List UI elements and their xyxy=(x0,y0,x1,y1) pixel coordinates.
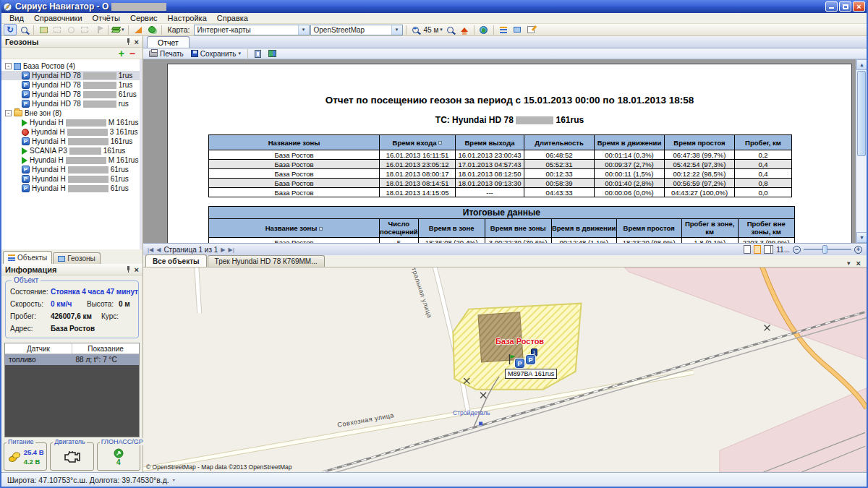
flag-tool-button[interactable] xyxy=(92,24,105,35)
geozones-button[interactable] xyxy=(511,24,524,35)
pin-icon[interactable] xyxy=(126,266,131,273)
circle-tool-button[interactable] xyxy=(64,24,77,35)
menu-item-4[interactable]: Настройка xyxy=(163,14,212,22)
map-tabs-close-icon[interactable]: × xyxy=(856,260,861,267)
column-header[interactable]: Время в зоне xyxy=(418,219,485,238)
report-viewport[interactable]: Отчет по посещению геозон за период с 15… xyxy=(143,59,867,243)
layers-button[interactable]: ▾ xyxy=(111,24,125,35)
map-tabs-dropdown-icon[interactable]: ▾ xyxy=(847,260,851,267)
close-icon[interactable]: × xyxy=(135,266,139,273)
column-header[interactable]: Длительность xyxy=(524,135,595,150)
combo-dropdown-icon[interactable]: ▾ xyxy=(298,25,309,35)
menu-item-2[interactable]: Отчёты xyxy=(88,14,125,22)
panel-splitter[interactable] xyxy=(140,59,142,249)
scale-combo[interactable]: 45 м▾ xyxy=(423,24,443,35)
tree-item[interactable]: PHyundai H61rus xyxy=(1,184,142,193)
column-header[interactable]: Время вне зоны xyxy=(485,219,551,238)
polygon-tool-button[interactable] xyxy=(51,24,64,35)
next-page-button[interactable]: ▶ xyxy=(221,247,225,253)
rect-tool-button[interactable] xyxy=(78,24,91,35)
close-button[interactable]: × xyxy=(853,1,865,12)
column-header[interactable]: Время в движении xyxy=(551,219,616,238)
report-zoom-out-button[interactable]: − xyxy=(793,246,801,254)
add-geozone-button[interactable]: + xyxy=(119,49,124,58)
column-header[interactable]: Время простоя xyxy=(665,135,735,150)
tree-item[interactable]: PHyundai HD 78rus xyxy=(1,99,142,108)
tree-item[interactable]: Hyundai H3 161rus xyxy=(1,127,142,137)
measure-button[interactable] xyxy=(132,24,145,35)
column-header[interactable]: Время входа xyxy=(380,135,456,150)
table-row[interactable]: База Ростов16.01.2013 16:11:5116.01.2013… xyxy=(209,150,792,160)
single-page-view-button[interactable] xyxy=(744,245,751,254)
minimize-button[interactable] xyxy=(825,1,838,12)
close-icon[interactable]: × xyxy=(135,38,139,46)
tab-track[interactable]: Трек Hyundai HD 78 К769ММ... xyxy=(208,255,325,267)
save-dropdown-icon[interactable]: ▾ xyxy=(238,51,241,56)
first-page-button[interactable]: |◀ xyxy=(148,247,153,253)
notes-button[interactable] xyxy=(524,24,537,35)
zoom-select-button[interactable] xyxy=(17,24,30,35)
pin-icon[interactable] xyxy=(126,38,131,45)
column-header[interactable]: Название зоны xyxy=(209,219,380,238)
report-scrollbar[interactable]: ▲ ▼ xyxy=(856,59,867,243)
scroll-down-icon[interactable]: ▼ xyxy=(856,232,867,243)
menu-item-5[interactable]: Справка xyxy=(212,14,253,22)
sensor-row[interactable]: топливо 88 л; t°: 7 °C xyxy=(5,354,139,365)
tree-item[interactable]: PHyundai HD 7861rus xyxy=(1,90,142,99)
zoom-slider[interactable] xyxy=(804,249,851,250)
scroll-up-icon[interactable]: ▲ xyxy=(856,59,867,70)
objects-list-button[interactable] xyxy=(497,24,510,35)
vehicle-parking-marker[interactable]: P xyxy=(515,359,524,368)
zoom-out-button[interactable] xyxy=(444,24,457,35)
tree-item[interactable]: Hyundai HМ 161rus xyxy=(1,118,142,127)
coins-button[interactable] xyxy=(145,24,158,35)
fit-page-view-button[interactable] xyxy=(754,245,761,254)
print-button[interactable]: Печать xyxy=(146,48,187,59)
column-header[interactable]: Время выхода xyxy=(456,135,524,150)
map-canvas[interactable]: Магистральная улица Совхозная улица Стро… xyxy=(143,267,867,472)
tree-item[interactable]: -Вне зон (8) xyxy=(1,108,142,118)
tree-item[interactable]: Hyundai HМ 161rus xyxy=(1,155,142,165)
zoom-in-button[interactable]: + xyxy=(409,24,422,35)
table-row[interactable]: База Ростов18.01.2013 14:15:05---04:43:3… xyxy=(209,188,792,197)
tree-item[interactable]: PHyundai H161rus xyxy=(1,137,142,146)
menu-item-0[interactable]: Вид xyxy=(4,14,29,22)
tree-item[interactable]: PHyundai HD 781rus xyxy=(1,80,142,90)
vehicle-parking-marker[interactable]: P xyxy=(526,355,535,364)
tree-expander-icon[interactable]: - xyxy=(5,63,12,69)
tree-expander-icon[interactable]: - xyxy=(5,110,12,116)
column-header[interactable]: Число посещений xyxy=(380,219,419,238)
multi-page-view-button[interactable] xyxy=(764,245,771,254)
tree-item[interactable]: PHyundai HD 781rus xyxy=(1,71,142,80)
globe-button[interactable] xyxy=(477,24,490,35)
last-page-button[interactable]: ▶| xyxy=(229,247,234,253)
menu-item-3[interactable]: Сервис xyxy=(125,14,163,22)
remove-geozone-button[interactable]: − xyxy=(129,49,135,58)
table-row[interactable]: База Ростов18.01.2013 08:14:5118.01.2013… xyxy=(209,179,792,188)
export-button[interactable] xyxy=(265,48,279,59)
zoom-slider-thumb[interactable] xyxy=(822,245,827,254)
combo-dropdown-icon[interactable]: ▾ xyxy=(391,25,402,35)
table-row[interactable]: База Ростов518:36:08 (20,4%)3.00:22:30 (… xyxy=(209,238,795,244)
menu-item-1[interactable]: Справочники xyxy=(29,14,88,22)
tree-item[interactable]: SCANIA P3161rus xyxy=(1,146,142,155)
tab-all-objects[interactable]: Все объекты xyxy=(145,254,207,267)
map-provider-combo[interactable]: Интернет-карты ▾ xyxy=(194,25,310,35)
tab-report[interactable]: Отчет xyxy=(147,36,190,48)
column-header[interactable]: Пробег вне зоны, км xyxy=(738,219,794,238)
status-dropdown-icon[interactable]: ▾ xyxy=(173,477,175,482)
map-layer-combo[interactable]: OpenStreetMap ▾ xyxy=(310,25,403,35)
report-zoom-in-button[interactable]: + xyxy=(854,246,862,254)
geozones-tree[interactable]: -База Ростов (4)PHyundai HD 781rusPHyund… xyxy=(1,59,142,249)
view-mode-button[interactable] xyxy=(252,48,264,59)
column-header[interactable]: Название зоны xyxy=(209,135,380,150)
tree-item[interactable]: PHyundai H61rus xyxy=(1,165,142,174)
tree-item[interactable]: -База Ростов (4) xyxy=(1,61,142,71)
edit-map-button[interactable] xyxy=(37,24,50,35)
prev-page-button[interactable]: ◀ xyxy=(156,247,161,253)
column-header[interactable]: Пробег в зоне, км xyxy=(681,219,738,238)
tab-geozones[interactable]: Геозоны xyxy=(53,252,101,264)
restore-button[interactable] xyxy=(839,1,851,12)
pan-button[interactable]: ↻ xyxy=(4,24,17,35)
table-row[interactable]: База Ростов16.01.2013 23:05:1217.01.2013… xyxy=(209,160,792,169)
